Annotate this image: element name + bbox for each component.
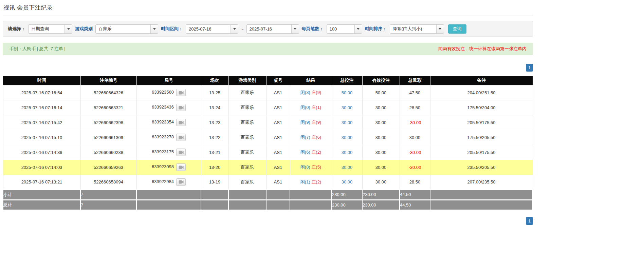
total-empty-cell xyxy=(266,200,290,210)
sort-select[interactable]: 降冪(由大到小) xyxy=(390,24,444,34)
video-replay-button[interactable] xyxy=(176,178,186,186)
search-button[interactable]: 查询 xyxy=(448,24,466,34)
cell-bet-id: 522660663321 xyxy=(80,100,136,115)
page-1-button[interactable]: 1 xyxy=(526,217,533,225)
total-empty-cell xyxy=(201,200,228,210)
cell-valid-bet: 30.00 xyxy=(362,130,400,145)
cell-result: 闲(1) 庄(2) xyxy=(290,175,332,190)
subtotal-total-bet: 230.00 xyxy=(332,190,362,200)
cell-valid-bet: 30.00 xyxy=(362,160,400,175)
cell-result: 闲(0) 庄(1) xyxy=(290,100,332,115)
game-type-select[interactable]: 百家乐 xyxy=(95,24,158,34)
total-row: 总计 7 230.00 230.00 44.50 xyxy=(3,200,533,210)
cell-remark: 207.00/235.50 xyxy=(430,175,533,190)
subtotal-valid-bet: 230.00 xyxy=(362,190,400,200)
currency-summary-text: 币别：人民币 | 总共 :7 注单 | xyxy=(9,46,66,52)
sort-value: 降冪(由大到小) xyxy=(390,25,436,33)
cell-table-no: AS1 xyxy=(266,85,290,100)
video-replay-button[interactable] xyxy=(176,163,186,171)
cell-time: 2025-07-16 07:16:14 xyxy=(3,100,80,115)
video-camera-icon xyxy=(179,121,184,124)
notice-text: 同局有效投注，统一计算在该局第一张注单内 xyxy=(438,46,527,52)
total-empty-cell xyxy=(228,200,266,210)
table-row: 2025-07-16 07:15:42522660662398633923354… xyxy=(3,115,533,130)
date-to-value: 2025-07-16 xyxy=(247,25,291,33)
cell-payout: -30.00 xyxy=(400,145,430,160)
cell-round-id: 633923278 xyxy=(136,130,201,145)
cell-game-type: 百家乐 xyxy=(228,100,266,115)
result-banker: 庄(9) xyxy=(311,120,321,125)
cell-total-bet[interactable]: 30.00 xyxy=(332,130,362,145)
game-type-value: 百家乐 xyxy=(96,25,150,33)
cell-game-type: 百家乐 xyxy=(228,85,266,100)
cell-total-bet[interactable]: 30.00 xyxy=(332,175,362,190)
chevron-down-icon[interactable] xyxy=(150,25,158,33)
cell-total-bet[interactable]: 30.00 xyxy=(332,160,362,175)
subtotal-empty-cell xyxy=(290,190,332,200)
bet-records-table: 时间 注单编号 局号 场次 游戏类别 桌号 结果 总投注 有效投注 总派彩 备注… xyxy=(3,76,533,210)
video-replay-button[interactable] xyxy=(176,89,186,96)
total-valid-bet: 230.00 xyxy=(362,200,400,210)
col-header-time: 时间 xyxy=(3,76,80,85)
query-type-select[interactable]: 日期查询 xyxy=(28,24,72,34)
cell-result: 闲(9) 庄(9) xyxy=(290,115,332,130)
cell-remark: 204.00/251.50 xyxy=(430,85,533,100)
cell-bet-id: 522660661309 xyxy=(80,130,136,145)
total-payout: 44.50 xyxy=(400,200,430,210)
chevron-down-icon[interactable] xyxy=(354,25,362,33)
result-player: 闲(8) xyxy=(300,164,310,170)
page-1-button[interactable]: 1 xyxy=(526,64,533,72)
video-camera-icon xyxy=(179,106,184,110)
total-empty-cell xyxy=(136,200,201,210)
date-from-select[interactable]: 2025-07-16 xyxy=(186,24,238,34)
chevron-down-icon[interactable] xyxy=(65,25,72,33)
round-id-text: 633923175 xyxy=(152,149,174,154)
video-camera-icon xyxy=(179,136,184,139)
cell-total-bet[interactable]: 30.00 xyxy=(332,145,362,160)
cell-round-id: 633923436 xyxy=(136,100,201,115)
result-banker: 庄(6) xyxy=(311,135,321,140)
cell-result: 闲(6) 庄(2) xyxy=(290,145,332,160)
cell-round-id: 633922984 xyxy=(136,175,201,190)
video-replay-button[interactable] xyxy=(176,119,186,126)
chevron-down-icon[interactable] xyxy=(291,25,299,33)
video-replay-button[interactable] xyxy=(176,134,186,141)
col-header-table-no: 桌号 xyxy=(266,76,290,85)
cell-payout: -30.00 xyxy=(400,160,430,175)
cell-game-type: 百家乐 xyxy=(228,160,266,175)
chevron-down-icon[interactable] xyxy=(436,25,444,33)
range-separator: ~ xyxy=(241,26,244,32)
cell-total-bet[interactable]: 30.00 xyxy=(332,115,362,130)
page-size-select[interactable]: 100 xyxy=(327,24,362,34)
cell-session: 13-19 xyxy=(201,175,228,190)
cell-table-no: AS1 xyxy=(266,115,290,130)
page-size-value: 100 xyxy=(327,25,354,33)
video-camera-icon xyxy=(179,151,184,154)
cell-session: 13-21 xyxy=(201,145,228,160)
video-replay-button[interactable] xyxy=(176,149,186,156)
cell-session: 13-24 xyxy=(201,100,228,115)
total-count: 7 xyxy=(80,200,136,210)
date-to-select[interactable]: 2025-07-16 xyxy=(246,24,299,34)
cell-result: 闲(8) 庄(5) xyxy=(290,160,332,175)
round-id-text: 633923354 xyxy=(152,119,174,124)
filter-bar: 请选择： 日期查询 游戏类别 百家乐 时间区间： 2025-07-16 ~ 20… xyxy=(3,21,533,37)
cell-table-no: AS1 xyxy=(266,145,290,160)
chevron-down-icon[interactable] xyxy=(231,25,238,33)
cell-payout: -30.00 xyxy=(400,115,430,130)
col-header-payout: 总派彩 xyxy=(400,76,430,85)
table-row: 2025-07-16 07:16:14522660663321633923436… xyxy=(3,100,533,115)
cell-time: 2025-07-16 07:15:42 xyxy=(3,115,80,130)
video-replay-button[interactable] xyxy=(176,104,186,111)
title-bar: 视讯 会员下注纪录 xyxy=(3,0,533,16)
game-type-label: 游戏类别 xyxy=(75,26,93,32)
page-title: 视讯 会员下注纪录 xyxy=(3,4,532,12)
result-player: 闲(0) xyxy=(300,105,310,110)
cell-total-bet[interactable]: 50.00 xyxy=(332,85,362,100)
subtotal-label: 小计 xyxy=(3,190,80,200)
date-from-value: 2025-07-16 xyxy=(186,25,231,33)
subtotal-count: 7 xyxy=(80,190,136,200)
cell-total-bet[interactable]: 30.00 xyxy=(332,100,362,115)
video-camera-icon xyxy=(179,180,184,184)
pagination-top: 1 xyxy=(3,64,533,72)
